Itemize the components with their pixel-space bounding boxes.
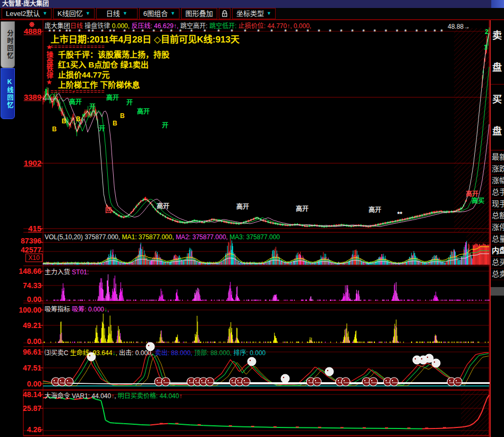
svg-text:*: * — [385, 28, 387, 36]
svg-text:高开: 高开 — [69, 98, 82, 106]
y-axis-label: 0.00 — [15, 337, 41, 346]
text-segment: 跳空低开: — [209, 22, 238, 30]
divider — [491, 84, 504, 85]
sidebar-tab-kline-recall[interactable]: K线回忆 — [1, 68, 15, 119]
quote-row-11: 总卖 — [491, 268, 504, 280]
text-segment: VAR1: 44.040 — [72, 392, 111, 400]
svg-text:开: 开 — [162, 122, 168, 129]
text-segment: 顶部: 88.000, — [194, 349, 233, 357]
text-segment: 卖出: 88.000, — [155, 349, 194, 357]
comment-line: 止损价44.77元 — [50, 70, 240, 80]
text-segment: MA1: 375877.000, — [122, 233, 175, 241]
text-segment: ↑ — [179, 392, 182, 400]
svg-text:*: * — [373, 28, 376, 36]
svg-text:高开: 高开 — [106, 94, 119, 102]
quote-row-3: 涨幅 — [491, 174, 504, 187]
maimai-panel-header: ⑶买卖C 生命线: 93.644↓, 出击: 0.000, 卖出: 88.000… — [45, 348, 266, 355]
svg-text:*: * — [318, 28, 320, 36]
sidebar-tab-intraday-recall[interactable]: 分时回忆 — [1, 21, 15, 68]
text-segment: 吸筹: 0.000 — [72, 306, 104, 313]
y-axis-label: 3389 — [15, 93, 41, 102]
quote-row-10: 总买 — [491, 256, 504, 268]
text-segment: MA3: 375877.000 — [229, 233, 280, 241]
quote-sell-label: 盘 — [491, 60, 504, 73]
peak-price-label: 48.88→ — [448, 23, 470, 30]
divider-line: =============== — [50, 45, 240, 49]
spike-label-2: 2 — [485, 28, 489, 36]
svg-text:*: * — [329, 28, 331, 36]
text-segment: VOL(5,10,20) 375877.000, — [45, 233, 122, 241]
quote-buy-label: 盘 — [491, 123, 504, 137]
text-segment: 明日买卖价格: 44.040 — [118, 392, 179, 400]
text-segment: 庞大集团 — [45, 22, 70, 30]
svg-text:*: * — [396, 28, 398, 36]
y-axis-label: 47.51 — [15, 364, 41, 372]
comment-line: 千股千评：该股震荡上扬，持股 — [50, 49, 240, 60]
y-axis-label: 42577 — [15, 246, 41, 254]
dzh-app-window: 大智慧-庞大集团 Level2默认▼ K线回忆▼ 日线▼ 6图组合▼ 图形叠加 … — [0, 0, 504, 437]
y-axis-label: 100.00 — [15, 306, 41, 314]
divider — [491, 150, 504, 150]
svg-text:开: 开 — [126, 99, 133, 106]
quote-row-8: 总量 — [491, 233, 504, 245]
text-segment: 排序: 0.000 — [234, 349, 266, 357]
quote-row-1: 最新 — [491, 151, 504, 163]
svg-text:回: 回 — [105, 207, 112, 214]
text-segment: 日线 — [70, 22, 84, 30]
vol-panel-header: VOL(5,10,20) 375877.000, MA1: 375877.000… — [45, 233, 280, 241]
text-segment: 生命线: 93.644 — [70, 349, 112, 357]
svg-text:高开: 高开 — [157, 202, 169, 210]
text-segment: ⑶买卖C — [45, 349, 70, 357]
text-segment: 跳空高开: — [180, 22, 209, 30]
xichou-panel-header: 吸筹指标 吸筹: 0.000↓, — [45, 304, 109, 312]
text-segment: 吸筹指标 — [45, 306, 72, 313]
y-axis-label: 25.87 — [15, 404, 41, 413]
svg-text:*: * — [351, 28, 354, 36]
y-axis-label: 49.21 — [15, 321, 41, 330]
svg-text:高买: 高买 — [472, 197, 484, 205]
svg-text:B: B — [52, 125, 57, 133]
text-segment: ST01: — [72, 268, 89, 276]
text-segment: MA2: 375877.000, — [176, 233, 229, 241]
quote-buy-label: 买 — [491, 91, 504, 105]
y-axis-label: 87396 — [15, 237, 41, 245]
y-axis-label: 415 — [15, 224, 41, 233]
volume-scale-x10-button[interactable]: X10 — [25, 254, 42, 262]
svg-text:B: B — [113, 120, 117, 127]
y-axis-label: 74.33 — [15, 281, 41, 290]
svg-text:高开: 高开 — [296, 205, 309, 213]
svg-text:**: ** — [397, 211, 403, 218]
y-axis-label: 0.00 — [15, 380, 41, 388]
svg-text:*: * — [424, 28, 427, 36]
svg-text:高开: 高开 — [466, 190, 479, 198]
y-axis-label: 4.26 — [15, 425, 41, 434]
quote-panel-footer — [491, 287, 504, 296]
y-axis-label: 96.61 — [15, 348, 41, 356]
svg-text:*: * — [404, 28, 407, 36]
svg-text:B: B — [120, 112, 125, 120]
quote-row-2: 涨跌 — [491, 163, 504, 175]
y-axis-label: 0.00 — [15, 295, 41, 304]
svg-text:*: * — [340, 28, 343, 36]
annotation-block: 上市日期:2011年4月28日 ◇目前可见K线:913天 ===========… — [50, 32, 240, 94]
svg-text:开: 开 — [99, 125, 105, 132]
quote-panel: 卖 盘 买 盘 最新涨跌涨幅总手现手总额涨停总量内盘总买总卖 — [490, 20, 504, 437]
stock-info-line: 庞大集团日线 操盘铁律 0.000, 反压线: 46.629↑, 跳空高开: 跳… — [45, 21, 311, 30]
svg-text:B: B — [62, 117, 66, 125]
spike-label-1: 1 — [484, 44, 488, 51]
star-icon: ★ — [45, 44, 53, 51]
y-axis-label: 48.14 — [15, 390, 41, 399]
quote-row-5: 现手 — [491, 198, 504, 210]
svg-text:高开: 高开 — [369, 206, 381, 214]
dahai-panel-header: 大海命令 VAR1: 44.040↑, 明日买卖价格: 44.040↑ — [45, 391, 182, 398]
text-segment: 0.000, — [112, 22, 132, 30]
quote-row-6: 总额 — [491, 209, 504, 222]
text-segment: 止损价位: 44.770↑, 0.000, — [238, 22, 311, 30]
text-segment: 操盘铁律 — [84, 22, 112, 30]
y-axis-label: 4888 — [15, 27, 41, 36]
text-segment: , — [107, 306, 109, 313]
text-segment: 出击: 0.000, — [119, 349, 155, 357]
svg-text:*: * — [433, 28, 436, 36]
text-segment: 反压线: 46.629↑, — [131, 22, 180, 30]
y-axis-label: 148.66 — [15, 267, 41, 275]
